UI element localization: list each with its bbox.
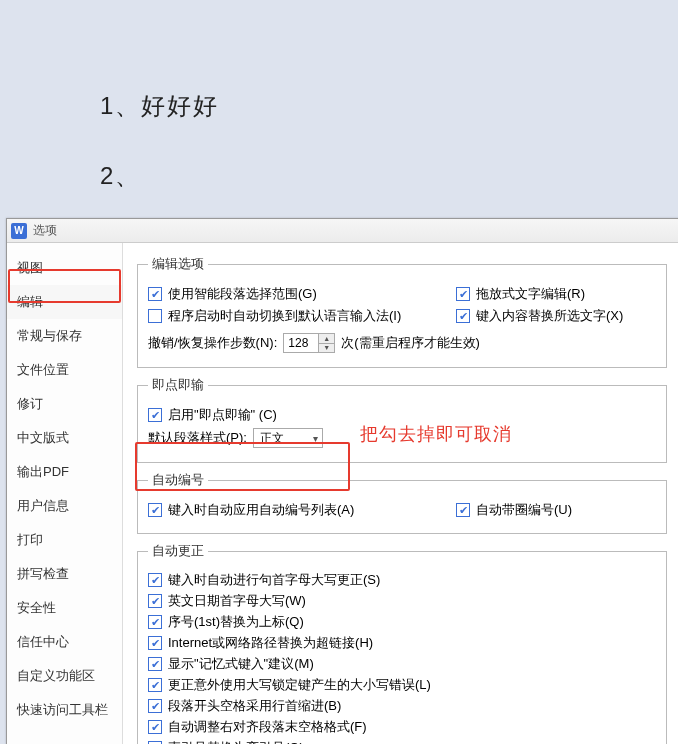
label-autocorrect-5: 更正意外使用大写锁定键产生的大小写错误(L)	[168, 676, 431, 694]
label-auto-number-list: 键入时自动应用自动编号列表(A)	[168, 501, 354, 519]
legend-edit-options: 编辑选项	[148, 255, 208, 273]
spin-down-icon[interactable]: ▼	[319, 344, 334, 353]
checkbox-autocorrect-3[interactable]	[148, 636, 162, 650]
checkbox-smart-select[interactable]	[148, 287, 162, 301]
label-smart-select: 使用智能段落选择范围(G)	[168, 285, 317, 303]
group-edit-options: 编辑选项 使用智能段落选择范围(G) 程序启动时自动切换到默认语言输入法(I)	[137, 255, 667, 368]
checkbox-auto-number-list[interactable]	[148, 503, 162, 517]
group-click-type: 即点即输 启用"即点即输" (C) 默认段落样式(P): 正文	[137, 376, 667, 463]
label-autocorrect-0: 键入时自动进行句首字母大写更正(S)	[168, 571, 380, 589]
label-undo-steps: 撤销/恢复操作步数(N):	[148, 334, 277, 352]
checkbox-circled-number[interactable]	[456, 503, 470, 517]
label-ime-switch: 程序启动时自动切换到默认语言输入法(I)	[168, 307, 401, 325]
legend-auto-number: 自动编号	[148, 471, 208, 489]
spinner: ▲ ▼	[318, 334, 334, 352]
sidebar-item-user-info[interactable]: 用户信息	[7, 489, 122, 523]
app-icon: W	[11, 223, 27, 239]
checkbox-overtype[interactable]	[456, 309, 470, 323]
sidebar-item-output-pdf[interactable]: 输出PDF	[7, 455, 122, 489]
label-autocorrect-1: 英文日期首字母大写(W)	[168, 592, 306, 610]
checkbox-autocorrect-4[interactable]	[148, 657, 162, 671]
content-panel: 编辑选项 使用智能段落选择范围(G) 程序启动时自动切换到默认语言输入法(I)	[123, 243, 678, 744]
sidebar-item-chinese-layout[interactable]: 中文版式	[7, 421, 122, 455]
sidebar: 视图 编辑 常规与保存 文件位置 修订 中文版式 输出PDF 用户信息 打印 拼…	[7, 243, 123, 744]
label-circled-number: 自动带圈编号(U)	[476, 501, 572, 519]
label-autocorrect-4: 显示"记忆式键入"建议(M)	[168, 655, 314, 673]
label-autocorrect-6: 段落开头空格采用行首缩进(B)	[168, 697, 341, 715]
checkbox-ime-switch[interactable]	[148, 309, 162, 323]
document-area: 1、好好好 2、	[0, 0, 678, 220]
checkbox-drag-edit[interactable]	[456, 287, 470, 301]
checkbox-enable-click-type[interactable]	[148, 408, 162, 422]
doc-line-2: 2、	[100, 160, 678, 192]
sidebar-item-revision[interactable]: 修订	[7, 387, 122, 421]
label-autocorrect-8: 直引号替换为弯引号(Q)	[168, 739, 304, 744]
legend-auto-correct: 自动更正	[148, 542, 208, 560]
checkbox-autocorrect-0[interactable]	[148, 573, 162, 587]
checkbox-autocorrect-1[interactable]	[148, 594, 162, 608]
sidebar-item-spellcheck[interactable]: 拼写检查	[7, 557, 122, 591]
checkbox-autocorrect-7[interactable]	[148, 720, 162, 734]
dialog-title: 选项	[33, 222, 57, 239]
checkbox-autocorrect-5[interactable]	[148, 678, 162, 692]
select-default-style-value: 正文	[260, 430, 284, 447]
select-default-style[interactable]: 正文	[253, 428, 323, 448]
label-autocorrect-2: 序号(1st)替换为上标(Q)	[168, 613, 304, 631]
label-default-style: 默认段落样式(P):	[148, 429, 247, 447]
sidebar-item-print[interactable]: 打印	[7, 523, 122, 557]
annotation-text: 把勾去掉即可取消	[360, 422, 512, 446]
label-autocorrect-7: 自动调整右对齐段落末空格格式(F)	[168, 718, 367, 736]
title-bar: W 选项	[7, 219, 678, 243]
sidebar-item-quick-access[interactable]: 快速访问工具栏	[7, 693, 122, 727]
legend-click-type: 即点即输	[148, 376, 208, 394]
checkbox-autocorrect-2[interactable]	[148, 615, 162, 629]
undo-steps-value: 128	[288, 336, 308, 350]
sidebar-item-edit[interactable]: 编辑	[7, 285, 122, 319]
label-enable-click-type: 启用"即点即输" (C)	[168, 406, 277, 424]
group-auto-correct: 自动更正 键入时自动进行句首字母大写更正(S) 英文日期首字母大写(W) 序号(…	[137, 542, 667, 744]
options-dialog: W 选项 视图 编辑 常规与保存 文件位置 修订 中文版式 输出PDF 用户信息…	[6, 218, 678, 744]
label-drag-edit: 拖放式文字编辑(R)	[476, 285, 585, 303]
spin-up-icon[interactable]: ▲	[319, 334, 334, 344]
label-autocorrect-3: Internet或网络路径替换为超链接(H)	[168, 634, 373, 652]
group-auto-number: 自动编号 键入时自动应用自动编号列表(A) 自动带圈编号(U)	[137, 471, 667, 534]
sidebar-item-customize-ribbon[interactable]: 自定义功能区	[7, 659, 122, 693]
sidebar-item-file-location[interactable]: 文件位置	[7, 353, 122, 387]
input-undo-steps[interactable]: 128 ▲ ▼	[283, 333, 335, 353]
doc-line-1: 1、好好好	[100, 90, 678, 122]
sidebar-item-general-save[interactable]: 常规与保存	[7, 319, 122, 353]
sidebar-item-trust-center[interactable]: 信任中心	[7, 625, 122, 659]
checkbox-autocorrect-6[interactable]	[148, 699, 162, 713]
label-overtype: 键入内容替换所选文字(X)	[476, 307, 623, 325]
sidebar-item-view[interactable]: 视图	[7, 251, 122, 285]
sidebar-item-security[interactable]: 安全性	[7, 591, 122, 625]
label-undo-post: 次(需重启程序才能生效)	[341, 334, 480, 352]
